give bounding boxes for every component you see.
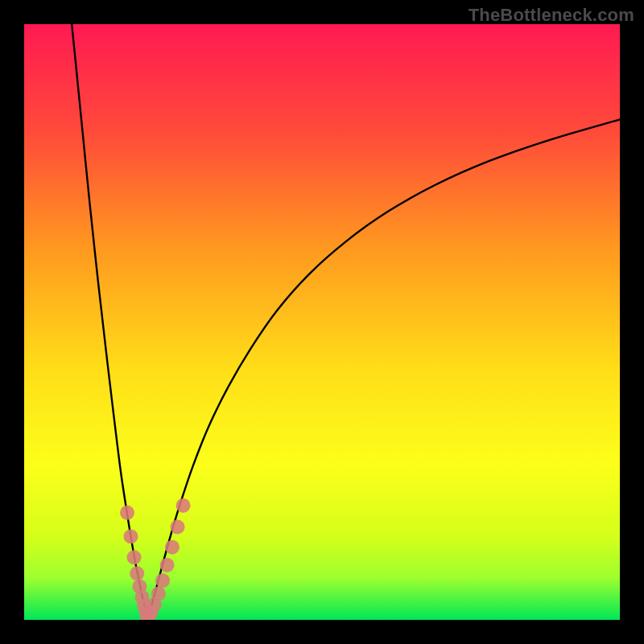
marker-dot [171,520,185,535]
marker-dot [123,529,138,543]
marker-dot [160,558,175,572]
marker-dot [155,573,170,588]
watermark-text: TheBottleneck.com [469,5,634,26]
marker-dot [127,550,142,564]
marker-dot [120,506,134,520]
marker-dot [165,540,180,555]
gradient-background [24,24,620,620]
marker-dot [151,586,166,601]
marker-dot [130,566,144,580]
chart-svg [24,24,620,620]
plot-area [24,24,620,620]
chart-frame: TheBottleneck.com [0,0,644,644]
marker-dot [176,498,191,513]
